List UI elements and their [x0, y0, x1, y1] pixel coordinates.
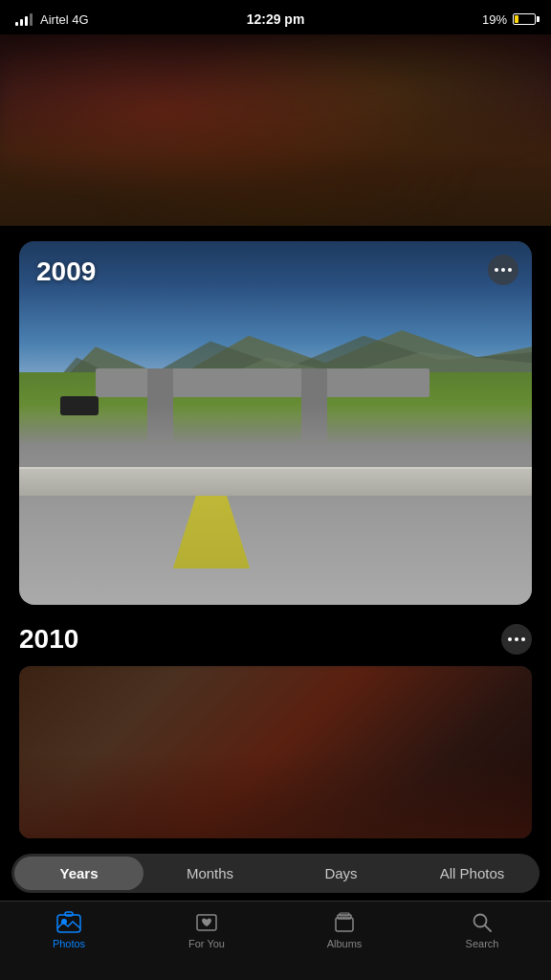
segment-months[interactable]: Months	[145, 857, 275, 890]
year-card-2009: 2009	[19, 241, 532, 605]
svg-line-11	[485, 925, 491, 931]
svg-rect-7	[336, 918, 353, 931]
more-button-2009[interactable]	[488, 255, 518, 285]
search-tab-icon	[469, 911, 496, 934]
dot-5	[515, 637, 518, 641]
more-button-2010[interactable]	[501, 624, 532, 655]
top-blurred-section	[0, 34, 551, 226]
segment-days[interactable]: Days	[276, 857, 406, 890]
segment-all-photos[interactable]: All Photos	[408, 857, 537, 890]
more-dots-2009	[495, 268, 512, 272]
year-photos-preview-2010	[19, 666, 532, 838]
carrier-label: Airtel 4G	[40, 12, 89, 27]
year-card-image-2009	[19, 241, 532, 605]
for-you-tab-icon	[193, 911, 220, 934]
preview-gradient	[19, 752, 532, 838]
tab-search[interactable]: Search	[413, 911, 551, 949]
battery-icon	[513, 13, 536, 25]
tab-for-you-label: For You	[188, 938, 225, 949]
tab-bar: Photos For You Albums S	[0, 901, 551, 980]
status-right: 19%	[482, 12, 536, 27]
year-label-2009: 2009	[36, 256, 96, 287]
status-bar: Airtel 4G 12:29 pm 19%	[0, 0, 551, 34]
albums-tab-icon	[331, 911, 358, 934]
signal-bars	[15, 12, 33, 26]
main-scroll-area: 2009 2010	[0, 34, 551, 901]
status-time: 12:29 pm	[247, 11, 305, 27]
signal-bar-4	[30, 13, 33, 26]
year-section-2010: 2010	[0, 624, 551, 838]
signal-bar-1	[15, 22, 18, 26]
tab-for-you[interactable]: For You	[138, 911, 276, 949]
segment-bar: Years Months Days All Photos	[0, 846, 551, 901]
dot-2	[501, 268, 505, 272]
signal-bar-2	[20, 19, 23, 26]
tab-photos-label: Photos	[53, 938, 85, 949]
dot-4	[508, 637, 512, 641]
tab-albums-label: Albums	[327, 938, 363, 949]
battery-percent: 19%	[482, 12, 507, 27]
tab-albums[interactable]: Albums	[276, 911, 413, 949]
segment-control: Years Months Days All Photos	[11, 854, 540, 893]
battery-fill	[515, 15, 518, 23]
segment-years[interactable]: Years	[14, 857, 143, 890]
car	[60, 396, 99, 415]
year-title-2010: 2010	[19, 624, 78, 655]
tab-search-label: Search	[466, 938, 499, 949]
dot-1	[495, 268, 498, 272]
dot-6	[521, 637, 525, 641]
svg-rect-5	[65, 912, 73, 916]
tab-photos[interactable]: Photos	[0, 911, 138, 949]
status-left: Airtel 4G	[15, 12, 89, 27]
photos-tab-icon	[55, 911, 82, 934]
signal-bar-3	[25, 16, 28, 26]
dot-3	[508, 268, 512, 272]
road-surface	[19, 405, 532, 605]
more-dots-2010	[508, 637, 525, 641]
overpass-deck	[96, 368, 429, 397]
guardrail	[19, 467, 532, 496]
svg-rect-3	[57, 915, 80, 932]
year-section-header-2010: 2010	[19, 624, 532, 655]
